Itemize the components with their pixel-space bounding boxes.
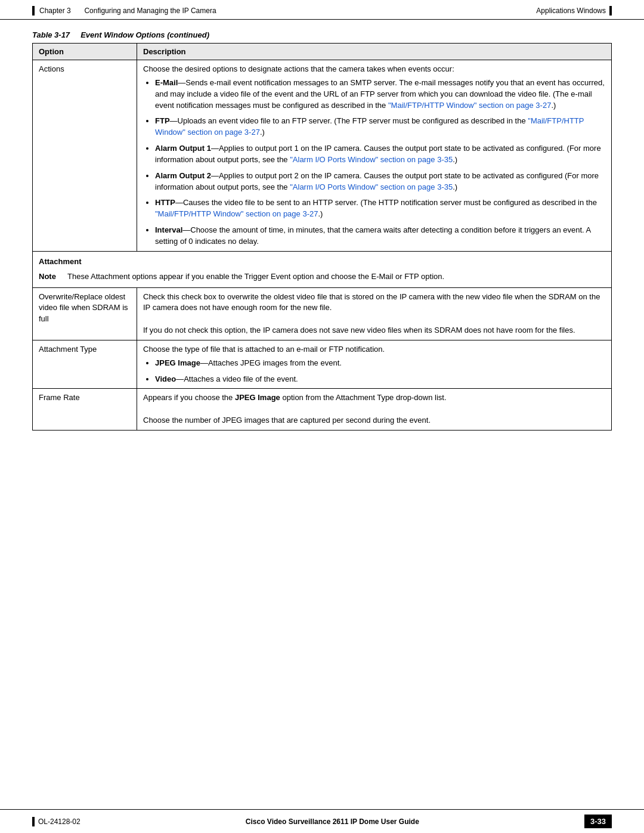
ftp-after: .) [260,128,265,137]
alarm2-bold: Alarm Output 2 [155,171,211,180]
http-after: .) [318,209,323,218]
table-caption: Table 3-17 Event Window Options (continu… [32,30,612,39]
attachment-type-description: Choose the type of file that is attached… [137,340,612,389]
note-text: These Attachment options appear if you e… [67,271,444,283]
col-option-header: Option [33,44,137,60]
video-text: —Attaches a video file of the event. [176,374,298,383]
chapter-label: Chapter 3 [39,7,71,15]
attachment-type-option: Attachment Type [33,340,137,389]
main-table: Option Description Actions Choose the de… [32,43,612,431]
list-item: JPEG Image—Attaches JPEG images from the… [155,358,605,369]
alarm1-link[interactable]: "Alarm I/O Ports Window" section on page… [290,155,453,164]
page-content: Table 3-17 Event Window Options (continu… [0,20,644,466]
note-cell: Note These Attachment options appear if … [33,270,612,287]
overwrite-desc1: Check this check box to overwrite the ol… [143,292,605,314]
attachment-header-text: Attachment [39,257,82,266]
table-title: Event Window Options (continued) [80,30,209,39]
http-link[interactable]: "Mail/FTP/HTTP Window" section on page 3… [155,209,318,218]
alarm1-bold: Alarm Output 1 [155,144,211,153]
table-row-attachment-type: Attachment Type Choose the type of file … [33,340,612,389]
note-label: Note [39,271,60,283]
table-header-row: Option Description [33,44,612,60]
list-item: Alarm Output 1—Applies to output port 1 … [155,143,605,166]
header-left: Chapter 3 Configuring and Managing the I… [32,6,216,16]
actions-list: E-Mail—Sends e-mail event notification m… [155,78,605,247]
jpeg-bold: JPEG Image [155,358,200,367]
doc-number: OL-24128-02 [38,817,80,826]
page-number: 3-33 [584,815,612,828]
note-row: Note These Attachment options appear if … [33,270,612,287]
frame-rate-option: Frame Rate [33,389,137,431]
list-item: FTP—Uploads an event video file to an FT… [155,116,605,138]
guide-title: Cisco Video Surveillance 2611 IP Dome Us… [246,817,419,826]
http-text: —Causes the video file to be sent to an … [175,198,597,207]
jpeg-text: —Attaches JPEG images from the event. [200,358,342,367]
ftp-text: —Uploads an event video file to an FTP s… [170,116,528,125]
list-item: E-Mail—Sends e-mail event notification m… [155,78,605,112]
email-link[interactable]: "Mail/FTP/HTTP Window" section on page 3… [388,101,551,110]
header-bar-right [609,6,612,16]
list-item: Interval—Choose the amount of time, in m… [155,225,605,247]
attachment-type-list: JPEG Image—Attaches JPEG images from the… [155,358,605,385]
email-after: .) [551,101,556,110]
footer-center: Cisco Video Surveillance 2611 IP Dome Us… [246,817,419,826]
list-item: HTTP—Causes the video file to be sent to… [155,197,605,220]
col-description-header: Description [137,44,612,60]
frame-rate-desc2: Choose the number of JPEG images that ar… [143,415,605,426]
note-inner: Note These Attachment options appear if … [39,271,605,283]
footer-left: OL-24128-02 [32,817,80,826]
actions-option: Actions [33,60,137,252]
page-header: Chapter 3 Configuring and Managing the I… [0,0,644,20]
interval-bold: Interval [155,225,182,234]
frame-rate-text: Frame Rate [39,393,80,402]
video-bold: Video [155,374,176,383]
jpeg-image-bold: JPEG Image [235,393,280,402]
table-row-overwrite: Overwrite/Replace oldest video file when… [33,287,612,340]
alarm2-after: .) [453,182,457,191]
table-row-actions: Actions Choose the desired options to de… [33,60,612,252]
header-bar-left [32,6,35,16]
ftp-bold: FTP [155,116,170,125]
attachment-type-intro: Choose the type of file that is attached… [143,345,385,354]
chapter-title: Configuring and Managing the IP Camera [84,7,216,15]
frame-rate-description: Appears if you choose the JPEG Image opt… [137,389,612,431]
alarm1-after: .) [453,155,457,164]
overwrite-option-text: Overwrite/Replace oldest video file when… [39,292,128,324]
attachment-type-text: Attachment Type [39,345,97,354]
alarm2-link[interactable]: "Alarm I/O Ports Window" section on page… [290,182,453,191]
table-row-frame-rate: Frame Rate Appears if you choose the JPE… [33,389,612,431]
overwrite-option: Overwrite/Replace oldest video file when… [33,287,137,340]
attachment-header-row: Attachment [33,251,612,270]
frame-rate-desc1: Appears if you choose the JPEG Image opt… [143,392,605,404]
table-label: Table 3-17 [32,30,70,39]
page-footer: OL-24128-02 Cisco Video Surveillance 261… [0,809,644,833]
attachment-header-cell: Attachment [33,251,612,270]
email-bold: E-Mail [155,78,178,87]
footer-bar [32,817,35,826]
actions-description: Choose the desired options to designate … [137,60,612,252]
header-separator [76,7,80,15]
overwrite-description: Check this check box to overwrite the ol… [137,287,612,340]
list-item: Video—Attaches a video file of the event… [155,374,605,385]
list-item: Alarm Output 2—Applies to output port 2 … [155,171,605,193]
overwrite-desc2: If you do not check this option, the IP … [143,325,605,336]
section-title: Applications Windows [536,7,606,15]
interval-text: —Choose the amount of time, in minutes, … [155,225,591,246]
header-right: Applications Windows [536,6,612,16]
actions-intro: Choose the desired options to designate … [143,64,454,73]
http-bold: HTTP [155,198,175,207]
